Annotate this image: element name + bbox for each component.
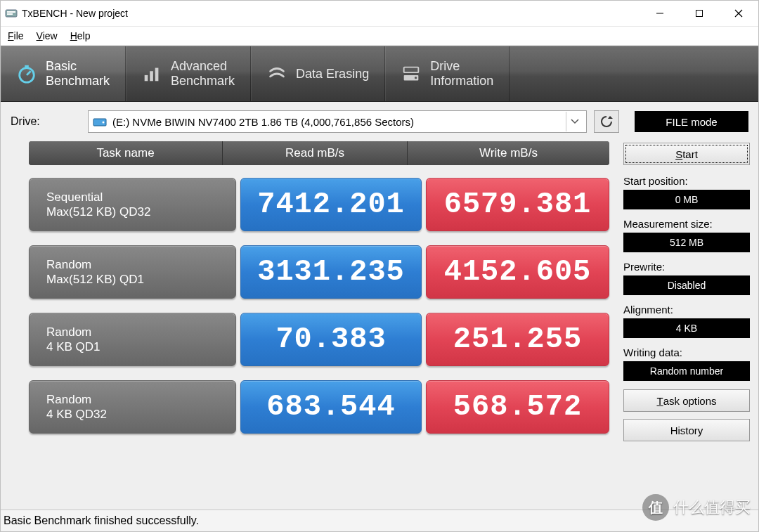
tab-data-erasing[interactable]: Data Erasing xyxy=(251,46,385,101)
result-row: Random Max(512 KB) QD1 3131.235 4152.605 xyxy=(29,245,609,299)
svg-point-17 xyxy=(103,122,105,124)
side-pane: Start Start position: 0 MB Measurement s… xyxy=(623,141,750,510)
status-bar: Basic Benchmark finished successfully. xyxy=(1,510,758,531)
start-position-value[interactable]: 0 MB xyxy=(623,190,750,209)
history-button[interactable]: History xyxy=(623,419,750,441)
menu-view[interactable]: View xyxy=(37,30,58,41)
read-cell: 70.383 xyxy=(240,313,422,366)
erase-icon xyxy=(266,63,287,84)
tab-label: Basic Benchmark xyxy=(46,59,110,88)
svg-line-9 xyxy=(27,71,31,75)
file-mode-button[interactable]: FILE mode xyxy=(635,111,748,132)
results-pane: Task name Read mB/s Write mB/s Sequentia… xyxy=(29,141,609,510)
maximize-button[interactable] xyxy=(680,1,719,26)
titlebar: TxBENCH - New project xyxy=(1,1,758,27)
prewrite-label: Prewrite: xyxy=(623,261,750,273)
tab-label: Advanced Benchmark xyxy=(171,59,235,88)
svg-rect-4 xyxy=(696,11,703,17)
write-cell: 568.572 xyxy=(426,380,609,434)
start-position-label: Start position: xyxy=(623,175,750,187)
read-cell: 3131.235 xyxy=(240,245,422,299)
tab-drive-information[interactable]: Drive Information xyxy=(385,46,510,101)
refresh-button[interactable] xyxy=(594,110,619,133)
alignment-label: Alignment: xyxy=(623,304,750,316)
svg-rect-15 xyxy=(404,67,419,73)
chevron-down-icon xyxy=(566,112,583,131)
measurement-size-value[interactable]: 512 MB xyxy=(623,233,750,252)
drive-info-icon xyxy=(401,63,422,84)
header-read: Read mB/s xyxy=(223,141,408,165)
task-options-button[interactable]: Task options xyxy=(623,389,750,412)
read-cell: 7412.201 xyxy=(240,178,422,231)
svg-rect-1 xyxy=(7,11,15,13)
svg-rect-2 xyxy=(7,13,13,15)
task-cell[interactable]: Random Max(512 KB) QD1 xyxy=(29,245,236,299)
write-cell: 4152.605 xyxy=(426,245,609,299)
writing-data-value[interactable]: Random number xyxy=(623,361,750,381)
drive-label: Drive: xyxy=(11,115,81,128)
alignment-value[interactable]: 4 KB xyxy=(623,318,750,338)
drive-row: Drive: (E:) NVMe BIWIN NV7400 2TB 1.86 T… xyxy=(1,102,758,141)
start-button[interactable]: Start xyxy=(623,143,750,165)
header-write: Write mB/s xyxy=(408,141,609,165)
measurement-size-label: Measurement size: xyxy=(623,218,750,230)
svg-rect-11 xyxy=(150,71,153,81)
svg-point-14 xyxy=(415,77,417,79)
minimize-button[interactable] xyxy=(640,1,680,26)
write-cell: 251.255 xyxy=(426,313,609,366)
bar-chart-icon xyxy=(141,63,162,84)
tab-label: Data Erasing xyxy=(296,67,369,82)
menubar: File View Help xyxy=(1,27,758,46)
drive-icon xyxy=(93,115,107,128)
app-icon xyxy=(5,7,18,20)
window-title: TxBENCH - New project xyxy=(22,8,128,19)
task-cell[interactable]: Random 4 KB QD1 xyxy=(29,313,236,366)
result-row: Random 4 KB QD32 683.544 568.572 xyxy=(29,380,609,434)
drive-select[interactable]: (E:) NVMe BIWIN NV7400 2TB 1.86 TB (4,00… xyxy=(88,110,587,133)
writing-data-label: Writing data: xyxy=(623,346,750,358)
stopwatch-icon xyxy=(16,63,37,84)
task-cell[interactable]: Random 4 KB QD32 xyxy=(29,380,236,434)
drive-select-text: (E:) NVMe BIWIN NV7400 2TB 1.86 TB (4,00… xyxy=(112,116,414,128)
result-row: Random 4 KB QD1 70.383 251.255 xyxy=(29,313,609,366)
svg-rect-10 xyxy=(145,75,148,81)
tab-label: Drive Information xyxy=(430,59,493,88)
results-header: Task name Read mB/s Write mB/s xyxy=(29,141,609,165)
header-task: Task name xyxy=(29,141,223,165)
read-cell: 683.544 xyxy=(240,380,422,434)
svg-marker-18 xyxy=(608,116,613,119)
svg-rect-8 xyxy=(25,65,29,68)
task-cell[interactable]: Sequential Max(512 KB) QD32 xyxy=(29,178,236,231)
menu-file[interactable]: File xyxy=(8,30,24,41)
menu-help[interactable]: Help xyxy=(70,30,91,41)
tab-basic-benchmark[interactable]: Basic Benchmark xyxy=(1,46,126,101)
svg-rect-12 xyxy=(155,68,159,82)
tabbar: Basic Benchmark Advanced Benchmark Data … xyxy=(1,46,758,102)
close-button[interactable] xyxy=(719,1,758,26)
prewrite-value[interactable]: Disabled xyxy=(623,275,750,295)
write-cell: 6579.381 xyxy=(426,178,609,231)
result-row: Sequential Max(512 KB) QD32 7412.201 657… xyxy=(29,178,609,231)
tab-advanced-benchmark[interactable]: Advanced Benchmark xyxy=(126,46,251,101)
